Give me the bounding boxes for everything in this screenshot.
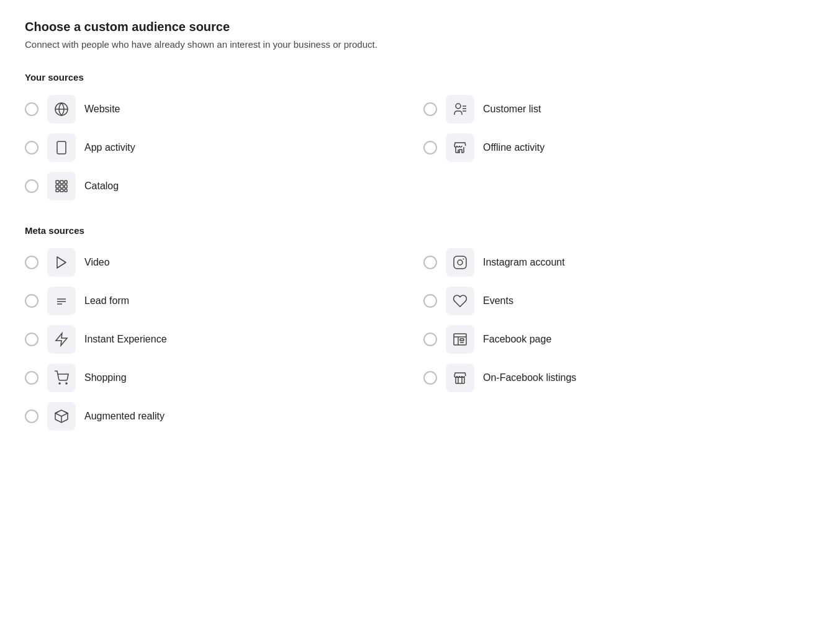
source-item-website[interactable]: Website (25, 95, 399, 123)
radio-events[interactable] (423, 294, 437, 308)
lead-form-label: Lead form (84, 295, 129, 306)
meta-sources-grid: Video Instagram account (25, 248, 797, 431)
instagram-icon (453, 255, 467, 270)
instant-experience-icon-box (47, 325, 76, 354)
app-activity-label: App activity (84, 142, 135, 153)
radio-instant-experience[interactable] (25, 333, 38, 346)
offline-activity-icon-box (446, 133, 474, 162)
source-item-catalog[interactable]: Catalog (25, 172, 399, 200)
store-icon (453, 140, 467, 155)
radio-facebook-page[interactable] (423, 333, 437, 346)
svg-point-31 (59, 383, 60, 384)
source-item-instant-experience[interactable]: Instant Experience (25, 325, 399, 354)
source-item-instagram[interactable]: Instagram account (423, 248, 797, 277)
ar-icon (54, 409, 69, 424)
your-sources-label: Your sources (25, 72, 797, 83)
on-facebook-listings-label: On-Facebook listings (483, 372, 576, 383)
radio-customer-list[interactable] (423, 102, 437, 116)
svg-rect-16 (60, 189, 63, 192)
customer-list-icon-box (446, 95, 474, 123)
on-facebook-listings-icon-box (446, 364, 474, 392)
svg-marker-18 (57, 257, 66, 268)
radio-video[interactable] (25, 256, 38, 269)
svg-rect-29 (460, 339, 464, 341)
svg-marker-36 (55, 410, 68, 416)
svg-rect-19 (454, 256, 466, 269)
svg-rect-33 (456, 377, 464, 383)
svg-point-32 (66, 383, 67, 384)
source-item-events[interactable]: Events (423, 287, 797, 315)
svg-point-20 (458, 260, 463, 265)
marketplace-icon (453, 370, 467, 385)
radio-instagram[interactable] (423, 256, 437, 269)
customer-list-label: Customer list (483, 104, 541, 115)
svg-rect-17 (65, 189, 67, 192)
radio-website[interactable] (25, 102, 38, 116)
source-item-customer-list[interactable]: Customer list (423, 95, 797, 123)
source-item-lead-form[interactable]: Lead form (25, 287, 399, 315)
events-label: Events (483, 295, 513, 306)
events-icon-box (446, 287, 474, 315)
instant-experience-label: Instant Experience (84, 334, 167, 345)
app-activity-icon-box (47, 133, 76, 162)
offline-activity-label: Offline activity (483, 142, 544, 153)
radio-app-activity[interactable] (25, 141, 38, 154)
svg-rect-9 (56, 181, 59, 184)
facebook-page-label: Facebook page (483, 334, 551, 345)
catalog-icon-box (47, 172, 76, 200)
svg-rect-6 (57, 141, 66, 154)
meta-sources-label: Meta sources (25, 225, 797, 236)
radio-lead-form[interactable] (25, 294, 38, 308)
meta-sources-section: Meta sources Video Instagram account (25, 225, 797, 431)
svg-point-2 (456, 104, 461, 109)
source-item-shopping[interactable]: Shopping (25, 364, 399, 392)
instagram-icon-box (446, 248, 474, 277)
source-item-facebook-page[interactable]: Facebook page (423, 325, 797, 354)
lightning-icon (54, 332, 69, 347)
catalog-label: Catalog (84, 181, 119, 192)
lead-form-icon (54, 293, 69, 308)
events-icon (453, 293, 467, 308)
shopping-label: Shopping (84, 372, 127, 383)
radio-offline-activity[interactable] (423, 141, 437, 154)
radio-on-facebook-listings[interactable] (423, 371, 437, 385)
svg-rect-12 (56, 185, 59, 188)
page-title: Choose a custom audience source (25, 20, 797, 34)
lead-form-icon-box (47, 287, 76, 315)
svg-rect-13 (60, 185, 63, 188)
website-icon-box (47, 95, 76, 123)
svg-point-21 (463, 259, 464, 260)
facebook-page-icon (453, 332, 467, 347)
source-item-on-facebook-listings[interactable]: On-Facebook listings (423, 364, 797, 392)
customer-list-icon (453, 102, 467, 117)
svg-rect-10 (60, 181, 63, 184)
your-sources-section: Your sources Website (25, 72, 797, 200)
source-item-video[interactable]: Video (25, 248, 399, 277)
mobile-icon (54, 140, 69, 155)
radio-augmented-reality[interactable] (25, 409, 38, 423)
website-label: Website (84, 104, 120, 115)
augmented-reality-icon-box (47, 402, 76, 431)
video-label: Video (84, 257, 110, 268)
source-item-offline-activity[interactable]: Offline activity (423, 133, 797, 162)
radio-shopping[interactable] (25, 371, 38, 385)
svg-marker-25 (56, 333, 67, 346)
svg-rect-11 (65, 181, 67, 184)
svg-rect-15 (56, 189, 59, 192)
shopping-icon-box (47, 364, 76, 392)
catalog-icon (54, 179, 69, 194)
play-icon (54, 255, 69, 270)
svg-rect-14 (65, 185, 67, 188)
instagram-label: Instagram account (483, 257, 565, 268)
cart-icon (54, 370, 69, 385)
augmented-reality-label: Augmented reality (84, 411, 165, 422)
source-item-augmented-reality[interactable]: Augmented reality (25, 402, 399, 431)
globe-icon (54, 102, 69, 117)
source-item-app-activity[interactable]: App activity (25, 133, 399, 162)
facebook-page-icon-box (446, 325, 474, 354)
page-subtitle: Connect with people who have already sho… (25, 39, 797, 50)
radio-catalog[interactable] (25, 179, 38, 193)
video-icon-box (47, 248, 76, 277)
your-sources-grid: Website Customer list (25, 95, 797, 200)
